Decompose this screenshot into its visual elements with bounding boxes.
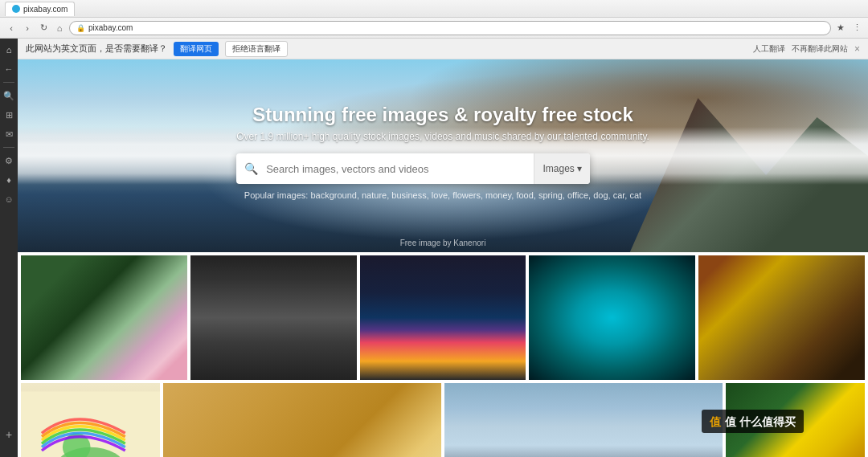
image-corridor [190,255,357,380]
grid-item-lotus[interactable] [21,255,187,380]
main-content: Stunning free images & royalty free stoc… [18,59,868,457]
image-city [360,255,526,380]
search-icon: 🔍 [236,162,266,175]
nav-menu-button[interactable]: ⋮ [850,22,863,35]
translation-options: 人工翻译 不再翻译此网站 × [753,43,860,55]
nav-back-button[interactable]: ‹ [5,22,18,35]
translation-bar: 此网站为英文页面，是否需要翻译？ 翻译网页 拒绝语言翻译 人工翻译 不再翻译此网… [18,39,868,59]
nav-refresh-button[interactable]: ↻ [37,22,50,35]
image-mountains [444,383,723,457]
nav-home-button[interactable]: ⌂ [53,22,66,35]
browser-nav-bar: ‹ › ↻ ⌂ 🔒 pixabay.com ★ ⋮ [0,18,868,39]
grid-row-2 [21,383,865,457]
address-text: pixabay.com [88,23,824,32]
sidebar-tools-icon[interactable]: ♦ [2,173,15,186]
sidebar-divider [3,82,14,83]
grid-item-mountains[interactable] [444,383,723,457]
sidebar-tabs-icon[interactable]: ⊞ [2,108,15,121]
grid-item-city[interactable] [360,255,526,380]
search-type-dropdown[interactable]: Images ▾ [534,153,590,184]
tab-favicon [12,5,20,13]
nav-forward-button[interactable]: › [21,22,34,35]
sidebar-divider-2 [3,147,14,148]
translation-prompt: 此网站为英文页面，是否需要翻译？ [26,43,167,55]
no-translate-link[interactable]: 不再翻译此网站 [792,43,848,55]
nav-bookmark-button[interactable]: ★ [834,22,847,35]
search-bar[interactable]: 🔍 Images ▾ [236,153,590,184]
sidebar-search-icon[interactable]: 🔍 [2,89,15,102]
hero-image-credit: Free image by Kanenori [400,239,486,247]
browser-tab[interactable]: pixabay.com [5,2,75,16]
grid-item-creature[interactable] [529,255,695,380]
popular-tag-list: background, nature, business, love, flow… [310,190,641,200]
grid-item-cat[interactable] [698,255,865,380]
grid-item-corridor[interactable] [190,255,357,380]
search-input[interactable] [266,163,534,175]
image-unicorn [21,383,160,457]
grid-row-1 [21,255,865,380]
sidebar-back-icon[interactable]: ← [2,63,15,75]
address-bar[interactable]: 🔒 pixabay.com [69,21,831,35]
hero-content: Stunning free images & royalty free stoc… [236,104,649,208]
image-hooded [163,383,441,457]
image-creature [529,255,695,380]
sidebar-settings-icon[interactable]: ⚙ [2,154,15,167]
reject-translate-button[interactable]: 拒绝语言翻译 [225,41,288,57]
popular-label: Popular images: [244,190,309,200]
browser-sidebar: ⌂ ← 🔍 ⊞ ✉ ⚙ ♦ ☺ + [0,39,18,457]
image-lotus [21,255,187,380]
hero-section: Stunning free images & royalty free stoc… [18,59,868,252]
grid-item-unicorn[interactable] [21,383,160,457]
sidebar-mail-icon[interactable]: ✉ [2,128,15,141]
browser-tab-bar: pixabay.com [0,0,868,18]
translate-button[interactable]: 翻译网页 [174,42,219,56]
ssl-lock-icon: 🔒 [76,24,85,32]
image-cat [698,255,865,380]
grid-item-flower[interactable] [726,383,865,457]
sidebar-home-icon[interactable]: ⌂ [2,43,15,56]
translation-close-button[interactable]: × [854,43,860,55]
hero-subtitle: Over 1.9 million+ high quality stock ima… [236,131,649,142]
hero-title: Stunning free images & royalty free stoc… [236,104,649,126]
image-flower [726,383,865,457]
image-grid [18,252,868,457]
human-translate-link[interactable]: 人工翻译 [753,43,785,55]
sidebar-user-icon[interactable]: ☺ [2,193,15,206]
grid-item-hooded[interactable] [163,383,441,457]
sidebar-add-button[interactable]: + [0,428,18,441]
popular-tags: Popular images: background, nature, busi… [236,190,649,200]
tab-title: pixabay.com [23,5,68,14]
